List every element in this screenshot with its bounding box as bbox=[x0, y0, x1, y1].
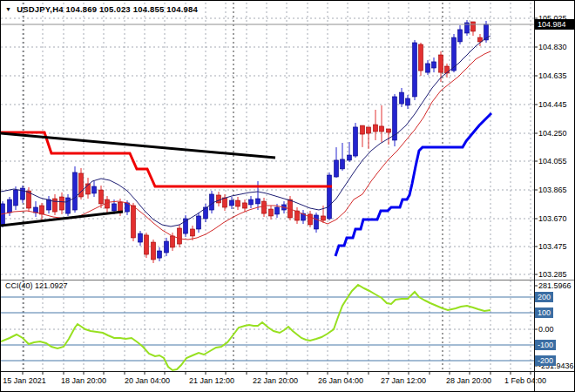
candle-bear[interactable] bbox=[152, 242, 156, 260]
price-axis-label: 104.635 bbox=[538, 71, 567, 80]
candle-bear[interactable] bbox=[223, 198, 227, 207]
price-axis-label: 103.285 bbox=[538, 270, 567, 279]
candle-bear[interactable] bbox=[191, 229, 195, 236]
step-support-line[interactable] bbox=[335, 113, 491, 256]
candle-bull[interactable] bbox=[406, 98, 410, 105]
cci-level-badge[interactable]: 200 bbox=[535, 292, 553, 302]
cci-extreme-label: 281.5966 bbox=[538, 281, 572, 290]
candle-bull[interactable] bbox=[21, 188, 25, 199]
candle-bear[interactable] bbox=[471, 22, 476, 31]
candle-bull[interactable] bbox=[341, 159, 345, 169]
cci-level-badge[interactable]: 100 bbox=[535, 308, 553, 318]
candle-bear[interactable] bbox=[374, 125, 378, 132]
price-axis-label: 103.865 bbox=[538, 186, 567, 194]
candle-bear[interactable] bbox=[361, 125, 365, 134]
candle-bear[interactable] bbox=[132, 206, 136, 238]
candle-bear[interactable] bbox=[217, 195, 221, 203]
time-axis-label[interactable]: 28 Jan 20:00 bbox=[446, 376, 491, 385]
candle-bear[interactable] bbox=[269, 209, 274, 216]
step-resistance-line[interactable] bbox=[1, 132, 332, 186]
candle-bear[interactable] bbox=[308, 214, 313, 225]
candle-bull[interactable] bbox=[14, 190, 18, 206]
time-axis-label[interactable]: 18 Jan 20:00 bbox=[61, 376, 106, 385]
candle-bull[interactable] bbox=[315, 215, 319, 229]
candle-bull[interactable] bbox=[158, 251, 162, 258]
price-axis-label: 104.830 bbox=[538, 43, 567, 51]
price-axis-label: 104.445 bbox=[538, 100, 567, 109]
cci-level-badge[interactable]: -100 bbox=[535, 340, 556, 350]
candle-bull[interactable] bbox=[47, 199, 51, 210]
candle-bear[interactable] bbox=[99, 190, 104, 204]
candle-bull[interactable] bbox=[348, 155, 352, 160]
candle-bull[interactable] bbox=[197, 216, 201, 229]
candle-bull[interactable] bbox=[432, 62, 436, 68]
candle-bear[interactable] bbox=[445, 66, 450, 73]
candle-bull[interactable] bbox=[8, 199, 12, 213]
candle-bull[interactable] bbox=[112, 204, 117, 211]
candle-bull[interactable] bbox=[275, 207, 280, 214]
candle-bull[interactable] bbox=[249, 199, 254, 205]
candle-bull[interactable] bbox=[73, 172, 78, 210]
candle-bear[interactable] bbox=[60, 197, 64, 210]
price-axis-label: 103.475 bbox=[538, 242, 567, 251]
symbol-ohlc-title: USDJPY,H4 104.869 105.023 104.855 104.98… bbox=[17, 4, 198, 14]
price-axis-label: 104.055 bbox=[538, 157, 567, 166]
candle-bear[interactable] bbox=[40, 206, 44, 214]
candle-bull[interactable] bbox=[139, 233, 143, 242]
time-axis-label[interactable]: 26 Jan 04:00 bbox=[318, 376, 363, 385]
candle-bull[interactable] bbox=[458, 30, 463, 42]
candle-bear[interactable] bbox=[387, 129, 391, 132]
candle-bear[interactable] bbox=[262, 201, 267, 213]
candle-bear[interactable] bbox=[53, 199, 58, 212]
candle-bull[interactable] bbox=[328, 175, 332, 219]
chart-canvas[interactable] bbox=[1, 1, 575, 392]
chart-title-bar: ▼ USDJPY,H4 104.869 105.023 104.855 104.… bbox=[5, 3, 198, 14]
symbol-dropdown-icon[interactable]: ▼ bbox=[5, 6, 11, 12]
chart-window: ▼ USDJPY,H4 104.869 105.023 104.855 104.… bbox=[0, 0, 575, 392]
candle-bull[interactable] bbox=[400, 92, 404, 104]
candle-bull[interactable] bbox=[354, 127, 358, 156]
price-axis-label: 104.250 bbox=[538, 129, 567, 138]
candle-bear[interactable] bbox=[236, 200, 240, 206]
candle-bear[interactable] bbox=[178, 228, 182, 244]
candle-bull[interactable] bbox=[426, 64, 430, 72]
candle-bear[interactable] bbox=[321, 216, 326, 220]
cci-zero-label: 0.00 bbox=[538, 325, 554, 334]
candle-bear[interactable] bbox=[145, 235, 149, 254]
trendline-descending[interactable] bbox=[1, 133, 275, 158]
candle-bear[interactable] bbox=[419, 44, 423, 71]
candle-bear[interactable] bbox=[380, 126, 384, 132]
time-axis-label[interactable]: 15 Jan 2021 bbox=[3, 376, 46, 385]
candle-bull[interactable] bbox=[165, 241, 169, 253]
candle-bear[interactable] bbox=[171, 236, 175, 247]
candle-bull[interactable] bbox=[210, 194, 214, 210]
time-axis-label[interactable]: 1 Feb 04:00 bbox=[504, 376, 546, 385]
candle-bull[interactable] bbox=[335, 160, 339, 177]
current-price-badge[interactable]: 104.984 bbox=[535, 19, 575, 30]
time-axis-label[interactable]: 27 Jan 12:00 bbox=[381, 376, 426, 385]
candle-bull[interactable] bbox=[230, 200, 234, 206]
candle-bull[interactable] bbox=[92, 186, 97, 193]
cci-level-badge[interactable]: -200 bbox=[535, 355, 556, 366]
candle-bear[interactable] bbox=[367, 127, 371, 133]
candle-bear[interactable] bbox=[243, 203, 247, 208]
indicator-label: CCI(40) 121.0927 bbox=[5, 281, 68, 290]
price-axis-label: 103.670 bbox=[538, 214, 567, 223]
time-axis-label[interactable]: 20 Jan 04:00 bbox=[125, 376, 170, 385]
candle-bull[interactable] bbox=[256, 199, 260, 204]
time-axis-label[interactable]: 21 Jan 12:00 bbox=[189, 376, 234, 385]
candle-bear[interactable] bbox=[439, 55, 443, 72]
time-axis-label[interactable]: 22 Jan 20:00 bbox=[253, 376, 298, 385]
candle-bull[interactable] bbox=[413, 43, 417, 97]
cci-indicator-line bbox=[1, 285, 490, 370]
